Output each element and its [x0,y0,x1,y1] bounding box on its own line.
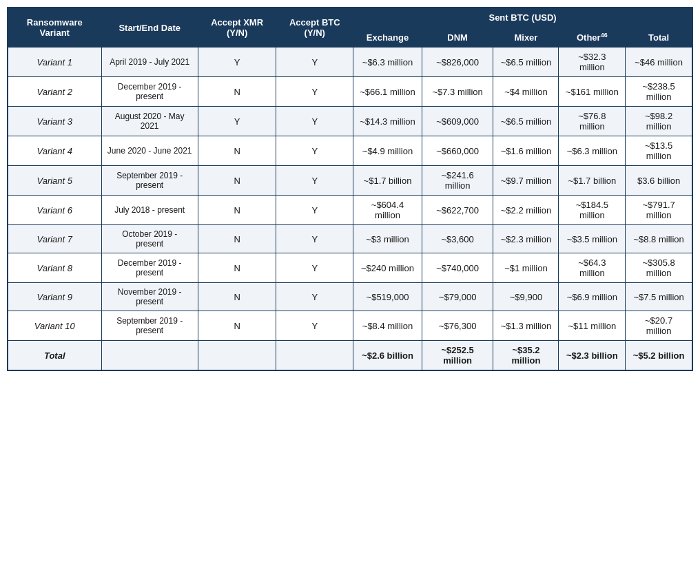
header-variant: Ransomware Variant [8,8,101,48]
xmr-cell: N [198,196,276,225]
btc-cell: Y [276,311,353,341]
mixer-cell: ~$6.5 million [493,48,559,77]
btc-cell: Y [276,196,353,225]
variant-cell: Variant 10 [8,311,101,341]
exchange-cell: ~$3 million [353,225,422,253]
date-cell: June 2020 - June 2021 [101,136,198,166]
table-row: Variant 4June 2020 - June 2021NY~$4.9 mi… [8,136,692,166]
header-accept-btc: Accept BTC (Y/N) [276,8,353,48]
mixer-cell: ~$4 million [493,77,559,107]
date-cell: July 2018 - present [101,196,198,225]
other-cell: ~$6.9 million [559,283,626,311]
exchange-cell: ~$1.7 billion [353,166,422,196]
exchange-cell: ~$14.3 million [353,107,422,136]
date-cell: April 2019 - July 2021 [101,48,198,77]
table-row: Variant 5September 2019 - presentNY~$1.7… [8,166,692,196]
total-cell: ~$305.8 million [626,253,692,283]
xmr-cell: Y [198,107,276,136]
btc-cell: Y [276,77,353,107]
total-label: Total [8,341,101,371]
xmr-cell: N [198,225,276,253]
total-empty-1 [198,341,276,371]
dnm-cell: ~$660,000 [422,136,493,166]
header-other: Other46 [559,28,626,48]
total-cell: ~$238.5 million [626,77,692,107]
total-cell: ~$98.2 million [626,107,692,136]
dnm-cell: ~$241.6 million [422,166,493,196]
total-row: Total~$2.6 billion~$252.5 million~$35.2 … [8,341,692,371]
dnm-cell: ~$3,600 [422,225,493,253]
btc-cell: Y [276,136,353,166]
total-cell: ~$46 million [626,48,692,77]
header-accept-xmr: Accept XMR (Y/N) [198,8,276,48]
other-cell: ~$1.7 billion [559,166,626,196]
total-cell: $3.6 billion [626,166,692,196]
other-cell: ~$3.5 million [559,225,626,253]
dnm-cell: ~$622,700 [422,196,493,225]
other-cell: ~$184.5 million [559,196,626,225]
date-cell: September 2019 - present [101,166,198,196]
exchange-cell: ~$6.3 million [353,48,422,77]
total-exchange: ~$2.6 billion [353,341,422,371]
xmr-cell: N [198,77,276,107]
mixer-cell: ~$9,900 [493,283,559,311]
btc-cell: Y [276,253,353,283]
date-cell: September 2019 - present [101,311,198,341]
total-cell: ~$791.7 million [626,196,692,225]
table-row: Variant 6July 2018 - presentNY~$604.4 mi… [8,196,692,225]
variant-cell: Variant 6 [8,196,101,225]
table-row: Variant 10September 2019 - presentNY~$8.… [8,311,692,341]
dnm-cell: ~$609,000 [422,107,493,136]
xmr-cell: Y [198,48,276,77]
exchange-cell: ~$8.4 million [353,311,422,341]
variant-cell: Variant 3 [8,107,101,136]
exchange-cell: ~$604.4 million [353,196,422,225]
header-date: Start/End Date [101,8,198,48]
header-sent-btc: Sent BTC (USD) [353,8,692,28]
btc-cell: Y [276,166,353,196]
variant-cell: Variant 1 [8,48,101,77]
mixer-cell: ~$2.3 million [493,225,559,253]
variant-cell: Variant 9 [8,283,101,311]
other-cell: ~$11 million [559,311,626,341]
variant-cell: Variant 7 [8,225,101,253]
btc-cell: Y [276,283,353,311]
date-cell: August 2020 - May 2021 [101,107,198,136]
variant-cell: Variant 4 [8,136,101,166]
dnm-cell: ~$79,000 [422,283,493,311]
exchange-cell: ~$240 million [353,253,422,283]
ransomware-table: Ransomware Variant Start/End Date Accept… [7,7,693,371]
table-row: Variant 1April 2019 - July 2021YY~$6.3 m… [8,48,692,77]
btc-cell: Y [276,225,353,253]
exchange-cell: ~$66.1 million [353,77,422,107]
btc-cell: Y [276,107,353,136]
total-dnm: ~$252.5 million [422,341,493,371]
date-cell: November 2019 - present [101,283,198,311]
xmr-cell: N [198,166,276,196]
variant-cell: Variant 5 [8,166,101,196]
table-row: Variant 8December 2019 - presentNY~$240 … [8,253,692,283]
total-cell: ~$20.7 million [626,311,692,341]
table-row: Variant 2December 2019 - presentNY~$66.1… [8,77,692,107]
other-cell: ~$32.3 million [559,48,626,77]
ransomware-table-wrapper: Ransomware Variant Start/End Date Accept… [7,7,693,371]
exchange-cell: ~$519,000 [353,283,422,311]
total-empty-0 [101,341,198,371]
table-row: Variant 3August 2020 - May 2021YY~$14.3 … [8,107,692,136]
mixer-cell: ~$6.5 million [493,107,559,136]
dnm-cell: ~$740,000 [422,253,493,283]
total-empty-2 [276,341,353,371]
header-exchange: Exchange [353,28,422,48]
dnm-cell: ~$7.3 million [422,77,493,107]
xmr-cell: N [198,253,276,283]
variant-cell: Variant 8 [8,253,101,283]
dnm-cell: ~$76,300 [422,311,493,341]
table-row: Variant 7October 2019 - presentNY~$3 mil… [8,225,692,253]
total-mixer: ~$35.2 million [493,341,559,371]
header-mixer: Mixer [493,28,559,48]
table-row: Variant 9November 2019 - presentNY~$519,… [8,283,692,311]
date-cell: December 2019 - present [101,77,198,107]
exchange-cell: ~$4.9 million [353,136,422,166]
mixer-cell: ~$1.3 million [493,311,559,341]
xmr-cell: N [198,136,276,166]
